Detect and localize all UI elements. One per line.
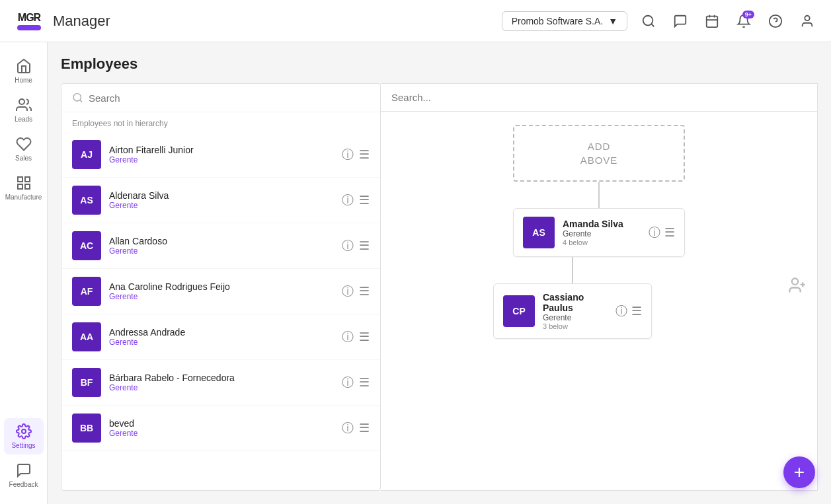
header-left: MGR Manager: [13, 5, 110, 37]
section-label: Employees not in hierarchy: [61, 112, 380, 132]
sidebar-item-manufacture[interactable]: Manufacture: [4, 170, 44, 206]
hier-below: 4 below: [563, 238, 641, 246]
add-above-label: ADDABOVE: [580, 139, 618, 167]
employee-actions: ⓘ ☰: [342, 283, 370, 299]
add-person-button[interactable]: [788, 276, 807, 299]
info-icon[interactable]: ⓘ: [615, 303, 627, 319]
page-title: Employees: [61, 55, 818, 73]
employee-role: Gerente: [109, 338, 334, 347]
hier-name: Cassiano Paulus: [543, 292, 608, 313]
hier-actions: ⓘ ☰: [615, 303, 642, 319]
header: MGR Manager Promob Software S.A. ▼ 9+: [0, 0, 831, 42]
logo-text: MGR: [18, 12, 40, 24]
info-icon[interactable]: ⓘ: [342, 375, 354, 390]
logo-bar: [17, 25, 41, 30]
hierarchy-search-input[interactable]: [391, 92, 807, 103]
employee-info: Aldenara Silva Gerente: [109, 190, 334, 210]
list-item[interactable]: BF Bárbara Rabelo - Fornecedora Gerente …: [61, 360, 380, 406]
list-item[interactable]: AC Allan Cardoso Gerente ⓘ ☰: [61, 223, 380, 269]
drag-icon[interactable]: ☰: [359, 421, 370, 435]
add-above-button[interactable]: ADDABOVE: [513, 125, 685, 182]
right-panel: ADDABOVE AS Amanda Silva Gerente 4 below: [381, 83, 818, 491]
employee-info: Airton Fitarelli Junior Gerente: [109, 145, 334, 164]
info-icon[interactable]: ⓘ: [649, 225, 660, 240]
hier-name: Amanda Silva: [563, 219, 641, 229]
drag-icon[interactable]: ☰: [359, 147, 370, 162]
list-item[interactable]: AA Andressa Andrade Gerente ⓘ ☰: [61, 314, 380, 360]
employee-info: Bárbara Rabelo - Fornecedora Gerente: [109, 373, 334, 392]
employee-name: Ana Caroline Rodrigues Feijo: [109, 281, 334, 292]
svg-rect-10: [18, 177, 22, 182]
drag-icon[interactable]: ☰: [359, 330, 370, 344]
notifications-badge: 9+: [742, 11, 754, 18]
avatar: BB: [72, 414, 101, 443]
hier-info: Cassiano Paulus Gerente 3 below: [543, 292, 608, 330]
search-input[interactable]: [89, 92, 370, 104]
hierarchy-card-cassiano[interactable]: CP Cassiano Paulus Gerente 3 below ⓘ ☰: [493, 283, 652, 339]
sidebar-item-home-label: Home: [15, 77, 32, 84]
company-selector[interactable]: Promob Software S.A. ▼: [502, 11, 627, 31]
search-icon: [72, 92, 83, 104]
notifications-icon-button[interactable]: 9+: [733, 11, 754, 32]
list-item[interactable]: AF Ana Caroline Rodrigues Feijo Gerente …: [61, 269, 380, 314]
sidebar-item-leads[interactable]: Leads: [4, 92, 44, 128]
sidebar-item-settings[interactable]: Settings: [4, 418, 44, 454]
list-item[interactable]: BB beved Gerente ⓘ ☰: [61, 406, 380, 451]
sidebar-item-home[interactable]: Home: [4, 53, 44, 89]
list-item[interactable]: AS Aldenara Silva Gerente ⓘ ☰: [61, 178, 380, 223]
employee-name: Aldenara Silva: [109, 190, 334, 201]
hier-role: Gerente: [543, 313, 608, 322]
employee-role: Gerente: [109, 292, 334, 301]
svg-point-15: [73, 94, 81, 101]
chat-icon-button[interactable]: [670, 11, 691, 32]
company-name: Promob Software S.A.: [512, 16, 604, 26]
employee-role: Gerente: [109, 246, 334, 256]
avatar: AJ: [72, 140, 101, 169]
svg-point-0: [643, 15, 653, 25]
employee-info: Allan Cardoso Gerente: [109, 236, 334, 256]
drag-icon[interactable]: ☰: [359, 284, 370, 299]
employee-role: Gerente: [109, 429, 334, 438]
drag-icon[interactable]: ☰: [359, 238, 370, 253]
info-icon[interactable]: ⓘ: [342, 238, 354, 254]
fab-add-button[interactable]: +: [783, 456, 815, 488]
left-search-bar: [61, 84, 380, 112]
calendar-icon-button[interactable]: [701, 11, 723, 32]
svg-line-16: [80, 100, 82, 102]
hierarchy-card-amanda[interactable]: AS Amanda Silva Gerente 4 below ⓘ ☰: [513, 208, 685, 257]
app-title: Manager: [53, 13, 110, 30]
list-item[interactable]: AJ Airton Fitarelli Junior Gerente ⓘ ☰: [61, 132, 380, 178]
svg-point-17: [792, 278, 798, 284]
avatar: AA: [72, 322, 101, 351]
left-panel: Employees not in hierarchy AJ Airton Fit…: [61, 83, 381, 491]
info-icon[interactable]: ⓘ: [342, 329, 354, 345]
employee-info: beved Gerente: [109, 418, 334, 438]
drag-icon[interactable]: ☰: [359, 375, 370, 390]
avatar: CP: [503, 295, 535, 327]
drag-icon[interactable]: ☰: [631, 304, 642, 318]
sidebar-item-sales-label: Sales: [15, 155, 32, 162]
sidebar-item-sales[interactable]: Sales: [4, 131, 44, 167]
svg-point-8: [805, 15, 809, 20]
employee-actions: ⓘ ☰: [342, 192, 370, 208]
employee-actions: ⓘ ☰: [342, 238, 370, 254]
user-icon-button[interactable]: [797, 11, 818, 32]
help-icon-button[interactable]: [765, 11, 786, 32]
employee-actions: ⓘ ☰: [342, 375, 370, 390]
drag-icon[interactable]: ☰: [359, 193, 370, 207]
svg-point-9: [19, 99, 24, 104]
sidebar-item-feedback[interactable]: Feedback: [4, 457, 44, 493]
panels: Employees not in hierarchy AJ Airton Fit…: [61, 83, 818, 491]
drag-icon[interactable]: ☰: [664, 225, 675, 240]
employee-actions: ⓘ ☰: [342, 147, 370, 162]
hier-actions: ⓘ ☰: [649, 225, 675, 240]
connector-line: [598, 182, 600, 208]
info-icon[interactable]: ⓘ: [342, 192, 354, 208]
search-icon-button[interactable]: [638, 11, 659, 32]
sidebar-item-feedback-label: Feedback: [9, 481, 38, 488]
info-icon[interactable]: ⓘ: [342, 283, 354, 299]
hier-role: Gerente: [563, 229, 641, 238]
info-icon[interactable]: ⓘ: [342, 147, 354, 162]
info-icon[interactable]: ⓘ: [342, 420, 354, 436]
employee-list: AJ Airton Fitarelli Junior Gerente ⓘ ☰ A…: [61, 132, 380, 490]
